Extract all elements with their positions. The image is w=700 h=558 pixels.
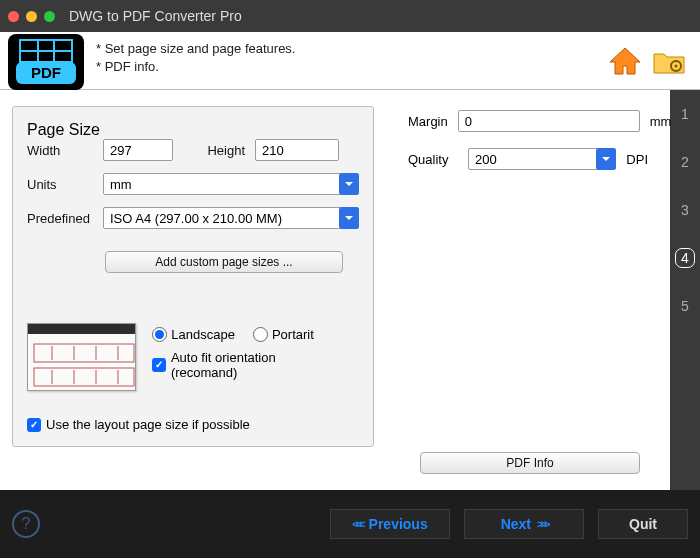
next-button[interactable]: Next >>> [464, 509, 584, 539]
auto-fit-orientation-checkbox[interactable]: Auto fit orientation (recomand) [152, 350, 341, 380]
step-2-label: 2 [681, 154, 689, 170]
close-icon[interactable] [8, 11, 19, 22]
previous-label: Previous [369, 516, 428, 532]
radio-unchecked-icon [253, 327, 268, 342]
chevrons-left-icon: <<< [352, 518, 362, 530]
zoom-icon[interactable] [44, 11, 55, 22]
next-label: Next [501, 516, 531, 532]
titlebar: DWG to PDF Converter Pro [0, 0, 700, 32]
add-custom-page-sizes-button[interactable]: Add custom page sizes ... [105, 251, 343, 273]
svg-point-8 [675, 64, 678, 67]
margin-input[interactable] [458, 110, 640, 132]
chevron-down-icon[interactable] [596, 148, 616, 170]
units-label: Units [27, 177, 103, 192]
orientation-preview [27, 323, 136, 391]
header-hints: * Set page size and page features. * PDF… [92, 32, 608, 89]
predefined-select[interactable] [103, 207, 359, 229]
previous-button[interactable]: <<< Previous [330, 509, 450, 539]
width-label: Width [27, 143, 103, 158]
content: Page Size Width Height Units Predefined [0, 90, 670, 490]
help-icon[interactable]: ? [12, 510, 40, 538]
height-label: Height [189, 143, 245, 158]
svg-text:PDF: PDF [31, 64, 61, 81]
predefined-label: Predefined [27, 211, 103, 226]
svg-rect-9 [28, 324, 136, 334]
header: PDF * Set page size and page features. *… [0, 32, 700, 90]
step-3[interactable]: 3 [670, 186, 700, 234]
hint-line-2: * PDF info. [96, 58, 604, 76]
units-value[interactable] [103, 173, 359, 195]
svg-marker-6 [610, 48, 640, 74]
units-select[interactable] [103, 173, 359, 195]
page-size-legend: Page Size [27, 121, 100, 138]
quality-unit: DPI [626, 152, 648, 167]
app-title: DWG to PDF Converter Pro [69, 8, 242, 24]
main: Page Size Width Height Units Predefined [0, 90, 700, 490]
chevrons-right-icon: >>> [537, 518, 547, 530]
step-2[interactable]: 2 [670, 138, 700, 186]
hint-line-1: * Set page size and page features. [96, 40, 604, 58]
right-column: Margin mm Quality DPI [408, 110, 648, 186]
orientation-portrait-radio[interactable]: Portarit [253, 327, 314, 342]
landscape-label: Landscape [171, 327, 235, 342]
quit-button[interactable]: Quit [598, 509, 688, 539]
home-icon[interactable] [608, 46, 642, 76]
height-input[interactable] [255, 139, 339, 161]
margin-unit: mm [650, 114, 672, 129]
step-current-badge: 4 [675, 248, 695, 268]
step-3-label: 3 [681, 202, 689, 218]
folder-settings-icon[interactable] [652, 46, 686, 76]
step-5[interactable]: 5 [670, 282, 700, 330]
minimize-icon[interactable] [26, 11, 37, 22]
quality-value[interactable] [468, 148, 616, 170]
portrait-label: Portarit [272, 327, 314, 342]
radio-checked-icon [152, 327, 167, 342]
chevron-down-icon[interactable] [339, 173, 359, 195]
step-1[interactable]: 1 [670, 90, 700, 138]
layout-checkbox-label: Use the layout page size if possible [46, 417, 250, 432]
step-4[interactable]: 4 [670, 234, 700, 282]
quit-label: Quit [629, 516, 657, 532]
footer: ? <<< Previous Next >>> Quit [0, 490, 700, 558]
chevron-down-icon[interactable] [339, 207, 359, 229]
pdf-logo-icon: PDF [8, 34, 84, 90]
checkbox-checked-icon [27, 418, 41, 432]
use-layout-page-size-checkbox[interactable]: Use the layout page size if possible [27, 417, 341, 432]
quality-select[interactable] [468, 148, 616, 170]
window-controls [8, 11, 55, 22]
predefined-value[interactable] [103, 207, 359, 229]
width-input[interactable] [103, 139, 173, 161]
checkbox-checked-icon [152, 358, 166, 372]
page-size-group: Page Size Width Height Units Predefined [12, 106, 374, 447]
step-1-label: 1 [681, 106, 689, 122]
pdf-info-button[interactable]: PDF Info [420, 452, 640, 474]
step-4-label: 4 [681, 250, 689, 266]
step-column: 1 2 3 4 5 [670, 90, 700, 490]
orientation-landscape-radio[interactable]: Landscape [152, 327, 235, 342]
margin-label: Margin [408, 114, 448, 129]
step-5-label: 5 [681, 298, 689, 314]
quality-label: Quality [408, 152, 458, 167]
autofit-label: Auto fit orientation (recomand) [171, 350, 341, 380]
